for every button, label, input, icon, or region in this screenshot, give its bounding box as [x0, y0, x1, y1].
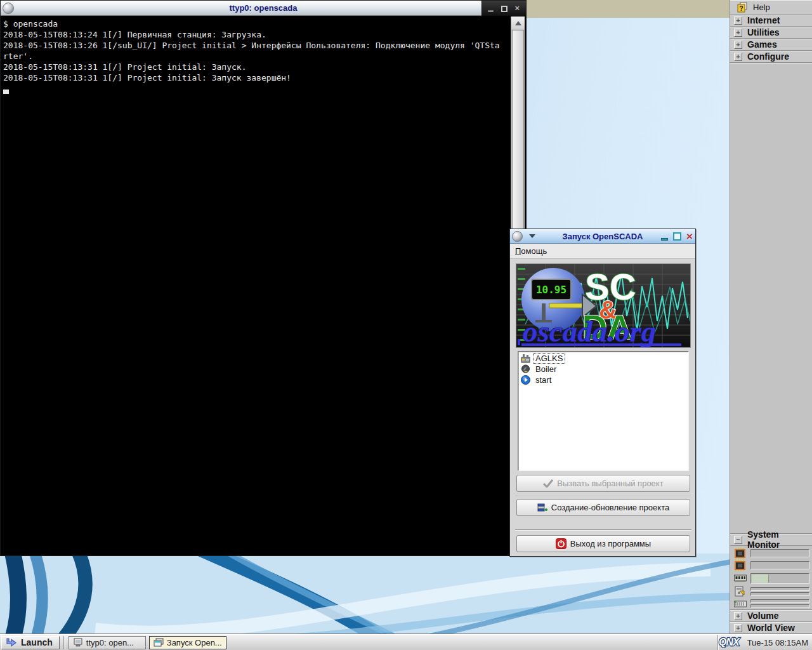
sidebar-group-world-view[interactable]: + World View — [730, 622, 812, 634]
project-row-aglks[interactable]: AGLKS — [520, 353, 687, 364]
database-add-icon — [537, 503, 547, 513]
disk-read-bar — [750, 587, 809, 591]
check-icon — [543, 479, 553, 488]
memory-icon — [734, 573, 747, 584]
expand-plus-icon[interactable]: + — [734, 612, 742, 620]
start-icon — [521, 375, 530, 385]
sidebar-group-internet[interactable]: + Internet — [730, 15, 812, 27]
group-label: Configure — [747, 51, 789, 62]
cpu-usage-bar — [750, 561, 809, 569]
expand-plus-icon[interactable]: + — [734, 53, 742, 61]
sidebar-group-games[interactable]: + Games — [730, 39, 812, 51]
taskbar-item-label: Запуск Open... — [167, 638, 222, 647]
power-off-icon — [556, 538, 566, 549]
group-label: System Monitor — [747, 529, 812, 550]
sidebar-item-help[interactable]: ? Help — [730, 0, 812, 15]
openscada-launcher-window: Запуск OpenSCADA × Помощь — [509, 229, 696, 557]
maximize-icon[interactable] — [500, 4, 509, 12]
exit-program-button[interactable]: Выход из программы — [516, 535, 690, 552]
taskbar-divider — [63, 636, 65, 649]
sidebar-empty-area — [730, 63, 812, 534]
close-icon[interactable]: × — [513, 4, 521, 12]
help-icon: ? — [737, 2, 748, 13]
logo-underline — [521, 343, 681, 346]
expand-plus-icon[interactable]: + — [734, 17, 742, 25]
collapse-minus-icon[interactable]: − — [734, 536, 742, 544]
call-project-button: Вызвать выбранный проект — [516, 475, 690, 492]
group-label: Utilities — [747, 27, 780, 37]
terminal-window: ttyp0: openscada × $ openscada 2018-05-1… — [0, 0, 527, 556]
terminal-line: 2018-05-15T08:13:31 1[/] Project initial… — [3, 62, 509, 72]
network-icon — [734, 598, 747, 609]
disk-write-bar — [750, 592, 809, 596]
scroll-up-button[interactable] — [511, 17, 525, 29]
disk-icon — [734, 586, 747, 597]
network-monitor-row — [730, 597, 812, 609]
taskbar-tray: QNX Tue-15 08:15AM — [717, 635, 812, 650]
sidebar-group-system-monitor[interactable]: − System Monitor — [730, 534, 812, 546]
help-label: Help — [753, 3, 770, 12]
expand-plus-icon[interactable]: + — [734, 624, 742, 632]
launch-label: Launch — [21, 637, 53, 647]
taskbar-clock[interactable]: Tue-15 08:15AM — [747, 638, 808, 647]
sidebar-group-utilities[interactable]: + Utilities — [730, 27, 812, 39]
exit-program-label: Выход из программы — [570, 539, 651, 548]
network-tx-bar — [750, 604, 809, 608]
terminal-window-controls: × — [481, 1, 526, 16]
cpu-icon — [734, 548, 747, 559]
launcher-window-controls: × — [661, 230, 693, 242]
terminal-line: 2018-05-15T08:13:24 1[/] Первичная станц… — [3, 29, 509, 40]
call-project-label: Вызвать выбранный проект — [557, 479, 663, 488]
minimize-icon[interactable] — [487, 4, 495, 12]
taskbar-item-terminal[interactable]: ttyp0: open... — [69, 636, 146, 649]
terminal-line: 2018-05-15T08:13:26 1[/sub_UI/] Project … — [3, 40, 509, 51]
desktop: ttyp0: openscada × $ openscada 2018-05-1… — [0, 0, 812, 650]
taskbar-item-launcher[interactable]: Запуск Open... — [149, 636, 226, 649]
taskbar-item-label: ttyp0: open... — [86, 638, 134, 647]
qnx-logo: QNX — [718, 637, 745, 648]
sidebar-group-volume[interactable]: + Volume — [730, 610, 812, 622]
separator — [515, 529, 691, 531]
project-label[interactable]: AGLKS — [533, 353, 565, 364]
maximize-icon[interactable] — [673, 232, 681, 241]
terminal-window-icon — [73, 638, 83, 647]
sidebar-group-configure[interactable]: + Configure — [730, 51, 812, 63]
terminal-line: 2018-05-15T08:13:31 1[/] Project initial… — [3, 72, 509, 83]
system-monitor-panel — [730, 546, 812, 610]
terminal-cursor — [3, 90, 9, 94]
taskbar: Launch ttyp0: open... Запуск Open... QNX — [0, 634, 812, 650]
project-label[interactable]: start — [533, 375, 554, 385]
project-label[interactable]: Boiler — [533, 364, 559, 375]
create-update-project-button[interactable]: Создание-обновление проекта — [516, 499, 690, 516]
group-label: Internet — [747, 15, 780, 25]
create-update-project-label: Создание-обновление проекта — [551, 503, 669, 512]
terminal-titlebar[interactable]: ttyp0: openscada × — [1, 1, 526, 16]
project-list[interactable]: AGLKS Boiler start — [518, 351, 689, 471]
wallpaper-waves — [0, 554, 812, 634]
openscada-logo: 10.95 SC & DA oscada.org — [516, 263, 691, 348]
boiler-icon — [521, 364, 530, 374]
shelf-sidebar: ? Help + Internet + Utilities + Games + … — [730, 0, 812, 634]
terminal-line: rter'. — [3, 51, 509, 62]
cpu-monitor-row-2 — [730, 559, 812, 571]
project-row-boiler[interactable]: Boiler — [520, 364, 687, 375]
memory-monitor-row — [730, 571, 812, 585]
memory-usage-bar — [750, 573, 809, 584]
launcher-menubar: Помощь — [510, 244, 695, 259]
network-rx-bar — [750, 599, 809, 603]
arrow-up-icon — [515, 21, 521, 25]
launcher-titlebar[interactable]: Запуск OpenSCADA × — [510, 229, 695, 244]
expand-plus-icon[interactable]: + — [734, 29, 742, 37]
launch-arrow-icon — [6, 638, 17, 647]
group-label: Volume — [747, 611, 779, 621]
terminal-output[interactable]: $ openscada 2018-05-15T08:13:24 1[/] Пер… — [2, 17, 511, 554]
close-icon[interactable]: × — [686, 231, 693, 242]
minimize-icon[interactable] — [661, 238, 668, 241]
svg-text:QNX: QNX — [719, 637, 740, 647]
expand-plus-icon[interactable]: + — [734, 41, 742, 49]
group-label: World View — [747, 623, 795, 633]
project-row-start[interactable]: start — [520, 375, 687, 385]
launch-button[interactable]: Launch — [1, 636, 60, 649]
separator — [515, 496, 691, 497]
menu-help[interactable]: Помощь — [515, 246, 547, 256]
